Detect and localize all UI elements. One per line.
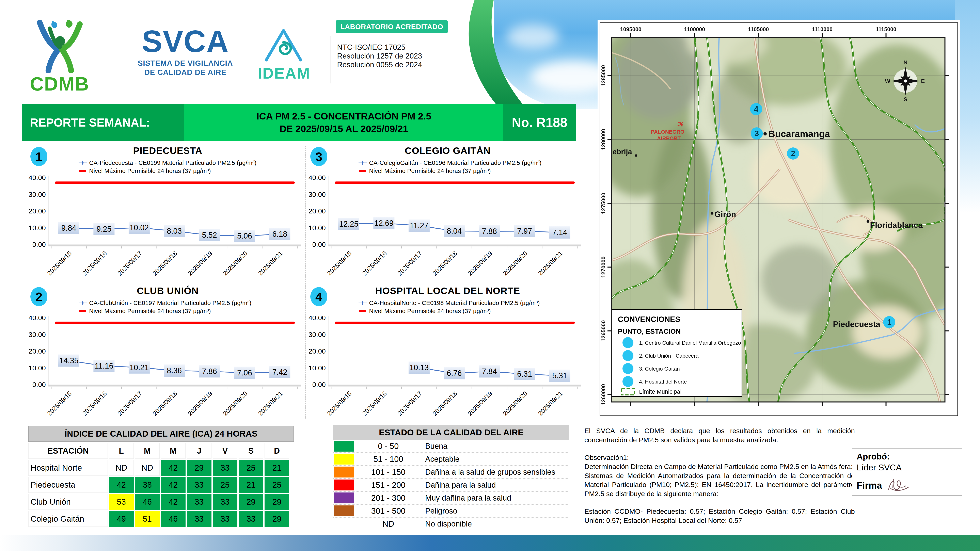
ica-table-grid: ESTACIÓNLMMJVSDHospital NorteNDND4229332…	[29, 443, 294, 527]
ica-value-cell: 33	[213, 511, 237, 527]
uncertainty-paragraph: Estación CCDMO- Piedecuesta: 0.57; Estac…	[584, 507, 855, 525]
x-axis-tick: 2025/09/17	[116, 250, 143, 277]
report-number-badge: No. R188	[503, 104, 576, 141]
estado-range: 101 - 150	[356, 468, 421, 477]
series-marker-icon	[78, 160, 87, 165]
x-axis-tick: 2025/09/15	[326, 390, 353, 417]
estado-swatch-cell	[333, 454, 356, 465]
ica-value-cell: 42	[161, 460, 186, 476]
legend-item: 1, Centro Cultural Daniel Mantilla Orbeg…	[639, 340, 741, 346]
station-marker-2: 2	[787, 148, 799, 160]
station-number-badge: 3	[310, 147, 327, 166]
ica-value-cell: 21	[239, 477, 263, 493]
x-axis-tick: 2025/09/18	[151, 390, 178, 417]
x-axis-tick: 2025/09/17	[396, 390, 423, 417]
city-dot	[635, 154, 637, 157]
station-marker-3: 3	[751, 127, 763, 140]
limit-label: Nivel Máximo Permisible 24 horas (37 µg/…	[89, 167, 211, 175]
limit-label: Nivel Máximo Permisible 24 horas (37 µg/…	[89, 308, 211, 314]
signature-label: Firma	[857, 480, 882, 491]
ica-column-header: S	[239, 443, 263, 459]
estado-range: 51 - 100	[356, 455, 421, 464]
station-marker-4: 4	[750, 103, 762, 115]
ica-station-name: Piedecuesta	[29, 477, 108, 493]
map-canvas: Bucaramanga Girón Floridablanca Piedecue…	[598, 20, 960, 418]
ica-station-name: Club Unión	[29, 494, 108, 510]
data-label: 7.86	[202, 367, 217, 376]
ica-value-cell: 42	[109, 477, 134, 493]
city-label-giron: Girón	[714, 210, 736, 219]
report-bar-center: ICA PM 2.5 - CONCENTRACIÓN PM 2.5 DE 202…	[185, 104, 503, 141]
legend-title: CONVENCIONES	[618, 315, 680, 324]
ica-value-cell: 33	[239, 511, 263, 527]
x-axis-tick: 2025/09/19	[466, 250, 494, 277]
x-axis-tick: 2025/09/18	[151, 250, 178, 277]
legend-item: 2, Club Unión - Cabecera	[639, 353, 698, 359]
ica-value-cell: 33	[187, 511, 212, 527]
ica-value-cell: 33	[213, 494, 237, 510]
chart-club-union: 2CLUB UNIÓNCA-ClubUnión - CE0197 Materia…	[28, 285, 307, 422]
limit-marker-icon	[78, 308, 87, 314]
map-left-coordinate: 1260000	[600, 384, 606, 405]
series-label: CA-ClubUnión - CE0197 Material Particula…	[89, 300, 251, 306]
estado-label: Buena	[421, 440, 569, 453]
station-number-badge: 1	[30, 147, 48, 166]
iso-line: Resolución 0055 de 2024	[337, 60, 422, 69]
x-axis-tick: 2025/09/16	[361, 250, 388, 277]
series-legend-row: CA-HospitalNorte - CE0198 Material Parti…	[358, 300, 587, 306]
ica-value-cell: 29	[239, 494, 263, 510]
y-axis-tick: 40.00	[29, 176, 46, 181]
column-separator	[305, 146, 305, 419]
station-number-badge: 2	[30, 287, 48, 306]
chart-plot: 40.0030.0020.0010.000.0010.136.767.846.3…	[308, 316, 587, 418]
ica-value-cell: 29	[264, 511, 289, 527]
estado-swatch-cell	[333, 505, 356, 516]
accreditation-lines: NTC-ISO/IEC 17025 Resolución 1257 de 202…	[337, 43, 422, 69]
series-legend-row: CA-ColegioGaitán - CE0196 Material Parti…	[358, 159, 587, 166]
city-label-piedecuesta: Piedecuesta	[833, 320, 880, 329]
air-quality-state-legend: ESTADO DE LA CALIDAD DEL AIRE 0 - 50Buen…	[333, 425, 569, 530]
y-axis-tick: 0.00	[32, 381, 46, 388]
legend-boundary-label: Límite Municipal	[639, 388, 682, 395]
estado-range: 151 - 200	[356, 481, 421, 490]
approver-role: Líder SVCA	[857, 463, 957, 472]
y-axis-tick: 40.00	[29, 316, 46, 322]
ica-value-cell: 29	[264, 494, 289, 510]
x-axis-tick: 2025/09/20	[501, 250, 529, 277]
map-top-coordinate: 1105000	[748, 26, 769, 32]
ica-table-title: ÍNDICE DE CALIDAD DEL AIRE (ICA) 24 HORA…	[29, 426, 294, 441]
limit-legend-row: Nivel Máximo Permisible 24 horas (37 µg/…	[358, 167, 587, 175]
legend-item: 3, Colegio Gaitán	[639, 366, 680, 372]
observation-title: Observación1:	[584, 453, 855, 462]
estado-row: 0 - 50Buena	[333, 440, 569, 453]
approval-box: Aprobó: Líder SVCA Firma	[852, 449, 962, 496]
y-axis-tick: 20.00	[29, 347, 46, 355]
compass-s: S	[904, 96, 907, 102]
legend-station-icon	[622, 376, 633, 387]
data-label: 12.25	[339, 220, 358, 228]
data-label: 7.84	[482, 367, 497, 376]
color-swatch	[334, 492, 354, 503]
data-label: 9.25	[96, 225, 111, 233]
series-marker-icon	[78, 300, 87, 306]
ica-value-cell: 46	[135, 494, 160, 510]
signature-icon	[885, 477, 915, 494]
ica-value-cell: 25	[239, 460, 263, 476]
ica-value-cell: 25	[264, 477, 289, 493]
color-swatch	[334, 454, 354, 465]
ica-table: ÍNDICE DE CALIDAD DEL AIRE (ICA) 24 HORA…	[29, 426, 294, 527]
city-label-lebrija: ebrija	[612, 148, 632, 156]
ica-value-cell: 29	[187, 460, 212, 476]
y-axis-tick: 0.00	[312, 381, 326, 388]
declaration-text: El SVCA de la CDMB declara que los resul…	[584, 426, 855, 525]
legend-station-icon	[622, 363, 633, 374]
chart-legend: CA-ClubUnión - CE0197 Material Particula…	[78, 300, 307, 314]
x-axis-tick: 2025/09/20	[222, 390, 249, 417]
legend-station-icon	[622, 350, 633, 361]
report-bar-center-line2: DE 2025/09/15 AL 2025/09/21	[185, 122, 503, 135]
color-swatch	[334, 505, 354, 516]
estado-label: No disponible	[421, 518, 569, 530]
weekly-air-quality-report-page: CDMB SVCA SISTEMA DE VIGILANCIA DE CALID…	[0, 0, 980, 551]
map-top-coordinate: 1095000	[620, 26, 641, 32]
data-label: 14.35	[59, 356, 78, 365]
